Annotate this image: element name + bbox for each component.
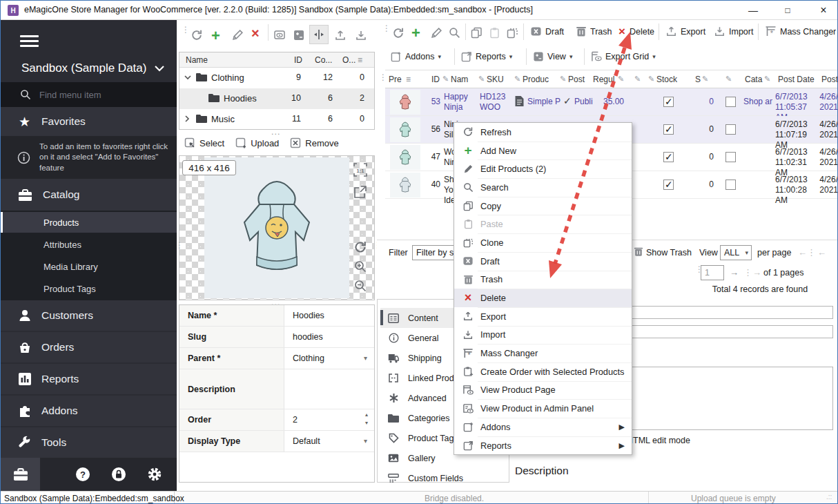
menu-item-view-product-page[interactable]: View Product Page <box>454 381 632 400</box>
refresh-icon[interactable] <box>392 27 405 39</box>
order-stepper[interactable]: 2 <box>293 409 298 430</box>
parent-select[interactable]: Clothing <box>293 348 324 369</box>
refresh-icon[interactable] <box>191 29 203 41</box>
col-name[interactable]: Name <box>186 55 208 65</box>
maximize-button[interactable]: □ <box>772 1 803 19</box>
col-count[interactable]: Co... <box>315 55 332 65</box>
gear-icon[interactable] <box>147 467 162 482</box>
upload-button[interactable]: Upload <box>251 138 279 148</box>
help-icon[interactable]: ? <box>75 467 90 482</box>
first-page-icon[interactable]: ←⋮ <box>798 247 816 258</box>
menu-item-import[interactable]: Import <box>454 326 632 345</box>
sidebar-item-addons[interactable]: Addons <box>1 396 177 426</box>
search-icon[interactable] <box>449 27 460 39</box>
menu-item-export[interactable]: Export <box>454 307 632 326</box>
image-adjust-icon[interactable] <box>293 29 305 41</box>
menu-item-add-new[interactable]: + Add New <box>454 142 632 160</box>
panel-resize-handle-left[interactable]: ⋮ <box>175 244 184 246</box>
sidebar-item-favorites[interactable]: ★ Favorites <box>1 107 177 136</box>
rotate-icon[interactable] <box>353 240 367 254</box>
resize-grip[interactable]: .:: <box>826 493 832 501</box>
toolbar-handle[interactable]: ⋮ <box>182 28 190 31</box>
sidebar-item-customers[interactable]: Customers <box>1 300 177 331</box>
category-row-clothing[interactable]: Clothing 9 12 0 <box>179 68 374 88</box>
menu-item-reports[interactable]: Reports ▶ <box>454 436 632 455</box>
sidebar-item-catalog[interactable]: Catalog <box>1 179 177 211</box>
export-grid-dropdown[interactable]: Export Grid ▾ <box>591 51 656 62</box>
zoom-out-icon[interactable] <box>353 279 367 293</box>
sidebar-item-product-tags[interactable]: Product Tags <box>1 278 177 299</box>
sidebar-item-media-library[interactable]: Media Library <box>1 256 177 277</box>
edit-icon[interactable] <box>232 29 244 41</box>
name-field[interactable]: Hoodies <box>293 305 324 326</box>
menu-item-draft[interactable]: Draft <box>454 252 632 271</box>
stock-checkbox[interactable] <box>663 180 674 190</box>
menu-item-delete[interactable]: × Delete <box>454 289 632 307</box>
minimize-button[interactable]: — <box>738 1 768 19</box>
menu-item-edit-products[interactable]: Edit Products (2) <box>454 159 632 178</box>
open-external-icon[interactable] <box>353 185 367 199</box>
chevron-down-icon[interactable]: ▾ <box>364 354 367 362</box>
stock-checkbox[interactable] <box>663 124 674 135</box>
delete-button[interactable]: × Delete <box>618 26 654 37</box>
display-type-select[interactable]: Default <box>293 431 320 452</box>
sidebar-item-orders[interactable]: Orders <box>1 332 177 362</box>
paste-icon[interactable] <box>489 27 500 39</box>
next-page-icon[interactable]: → <box>730 267 739 278</box>
split-view-icon[interactable] <box>309 25 329 44</box>
draft-button[interactable]: Draft <box>530 26 564 37</box>
sidebar-item-attributes[interactable]: Attributes <box>1 234 177 255</box>
tab-custom-fields[interactable]: Custom Fields <box>380 468 506 488</box>
per-page-select[interactable]: ALL ▾ <box>720 245 752 260</box>
stepper-up-icon[interactable]: ▴ <box>365 411 368 418</box>
sidebar-item-tools[interactable]: Tools <box>1 427 177 458</box>
toolbar-handle[interactable]: ⋮ <box>382 27 391 30</box>
add-icon[interactable]: + <box>411 24 420 42</box>
sidebar-item-products[interactable]: Products <box>1 212 177 233</box>
col-id[interactable]: ID <box>294 55 302 65</box>
caret-collapsed-icon[interactable] <box>185 115 190 122</box>
table-row[interactable]: 53 Happy Ninja HD123 WOO Simple P ✓ Publ… <box>385 88 838 116</box>
slug-field[interactable]: hoodies <box>293 327 323 347</box>
flag-checkbox[interactable] <box>725 97 736 107</box>
sidebar-item-reports[interactable]: Reports <box>1 364 177 394</box>
products-table-header[interactable]: Pre ≡ ID ✎ Nam ✎ SKU ✎ Produc ✎ Post Reg… <box>385 70 838 88</box>
last-page-icon[interactable]: ⋮→ <box>743 267 761 278</box>
delete-icon[interactable]: × <box>251 26 260 41</box>
view-dropdown[interactable]: View ▾ <box>533 51 572 62</box>
menu-item-mass-changer[interactable]: * Mass Changer <box>454 344 632 362</box>
menu-item-copy[interactable]: Copy <box>454 197 632 215</box>
zoom-in-icon[interactable] <box>353 260 367 273</box>
menu-item-clone[interactable]: Clone <box>454 233 632 252</box>
edit-icon[interactable] <box>431 27 442 39</box>
export-button[interactable]: Export <box>665 26 705 37</box>
close-button[interactable]: × <box>808 1 838 19</box>
menu-item-refresh[interactable]: Refresh <box>454 123 632 142</box>
col-order[interactable]: O... <box>342 55 355 65</box>
reports-dropdown[interactable]: Reports ▾ <box>461 51 512 62</box>
remove-button[interactable]: Remove <box>305 138 338 148</box>
flag-checkbox[interactable] <box>725 180 736 190</box>
show-trash-toggle[interactable]: Show Trash <box>646 248 692 258</box>
trash-button[interactable]: Trash <box>576 26 612 37</box>
add-icon[interactable]: + <box>211 27 220 45</box>
menu-item-view-product-admin[interactable]: View Product in Admin Panel <box>454 399 632 418</box>
actual-size-icon[interactable]: 1:1 <box>353 163 367 177</box>
menu-item-search[interactable]: Search <box>454 178 632 197</box>
addons-dropdown[interactable]: Addons ▾ <box>391 51 441 62</box>
hamburger-menu-icon[interactable] <box>20 32 39 50</box>
menu-item-addons[interactable]: Addons ▶ <box>454 418 632 436</box>
stock-checkbox[interactable] <box>663 152 674 162</box>
chevron-down-icon[interactable]: ▾ <box>364 437 367 445</box>
select-button[interactable]: Select <box>199 138 224 148</box>
prev-page-icon[interactable]: ← <box>817 247 826 258</box>
stepper-down-icon[interactable]: ▾ <box>365 420 368 426</box>
category-row-hoodies[interactable]: Hoodies 10 6 2 <box>179 88 374 109</box>
clone-icon[interactable] <box>507 27 518 39</box>
menu-item-trash[interactable]: Trash <box>454 271 632 289</box>
caret-expanded-icon[interactable] <box>184 75 191 80</box>
preview-icon[interactable] <box>273 29 286 41</box>
flag-checkbox[interactable] <box>725 124 736 135</box>
sidebar-search[interactable]: Find menu item <box>1 82 177 107</box>
import-button[interactable]: Import <box>714 26 753 37</box>
